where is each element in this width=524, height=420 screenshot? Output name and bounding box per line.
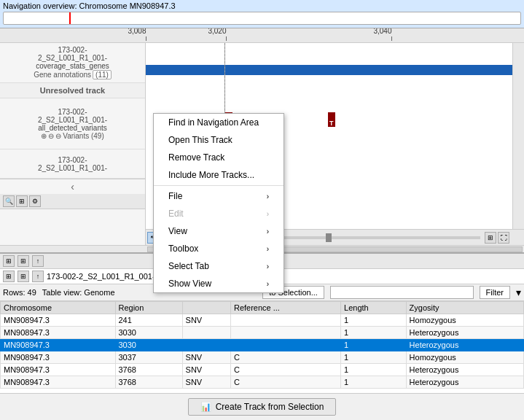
table-icon[interactable]: ⊞: [3, 255, 15, 267]
cell-len: 1: [341, 364, 407, 376]
data-table: Chromosome Region Reference ... Length Z…: [0, 301, 524, 393]
col-region: Region: [115, 302, 182, 314]
cell-region: 241: [115, 314, 182, 327]
nav-cursor: [69, 12, 71, 24]
context-menu: Find in Navigation AreaOpen This TrackRe…: [153, 113, 284, 293]
fit-icon[interactable]: ⊞: [485, 232, 496, 244]
cell-ref: [230, 327, 340, 339]
track-labels: 173-002- 2_S2_L001_R1_001- coverage_stat…: [0, 43, 146, 245]
gene-annotations-bar: [146, 65, 512, 75]
unresolved-track-label: Unresolved track: [0, 83, 145, 98]
menu-item-open-this-track[interactable]: Open This Track: [154, 131, 283, 149]
table-export-icon[interactable]: ↑: [32, 271, 44, 282]
table-row[interactable]: MN908947.3 241 SNV 1 Homozygous: [1, 314, 524, 327]
cell-region: 3037: [115, 351, 182, 364]
cell-chr: MN908947.3: [1, 364, 116, 376]
cell-type: SNV: [182, 364, 230, 376]
table-row[interactable]: MN908947.3 3037 SNV C 1 Homozygous: [1, 351, 524, 364]
ruler-tick-1: 3,008: [146, 36, 146, 41]
table-grid-icon[interactable]: ⊞: [17, 271, 29, 282]
col-zygosity: Zygosity: [406, 302, 523, 314]
track-label-variants: 173-002- 2_S2_L001_R1_001- all_detected_…: [0, 98, 145, 149]
table-row[interactable]: MN908947.3 3030 1 Heterozygous: [1, 327, 524, 339]
ruler-tick-2: 3,020: [226, 36, 227, 41]
variant-marker-2: T: [328, 112, 335, 127]
create-track-label: Create Track from Selection: [216, 402, 324, 412]
cell-len: 1: [341, 351, 407, 364]
menu-item-show-view[interactable]: Show View›: [154, 275, 283, 292]
view-type: Table view: Genome: [42, 288, 115, 297]
menu-item-include-more-tracks[interactable]: Include More Tracks...: [154, 166, 283, 184]
table-row[interactable]: MN908947.3 3768 SNV C 1 Heterozygous: [1, 376, 524, 389]
cell-chr: MN908947.3: [1, 339, 116, 351]
menu-item-view[interactable]: View›: [154, 222, 283, 240]
gene-annotations-label: Gene annotations: [34, 71, 91, 79]
expand-tracks[interactable]: ‹: [0, 179, 145, 194]
menu-item-edit: Edit›: [154, 205, 283, 222]
cell-zyg: Heterozygous: [406, 339, 523, 351]
zoom-in-icon[interactable]: 🔍: [3, 195, 15, 207]
menu-separator: [154, 185, 283, 186]
cell-type: SNV: [182, 376, 230, 389]
cell-region: 3030: [115, 327, 182, 339]
ruler-tick-3: 3,040: [391, 36, 392, 41]
filter-input[interactable]: [330, 286, 474, 299]
cell-type: [182, 327, 230, 339]
cell-ref: C: [230, 364, 340, 376]
cell-region: 3030: [115, 339, 182, 351]
cell-zyg: Heterozygous: [406, 327, 523, 339]
grid-icon[interactable]: ⊞: [17, 255, 29, 267]
create-track-button[interactable]: 📊 Create Track from Selection: [188, 398, 337, 416]
v-scrollbar[interactable]: [512, 43, 524, 245]
col-type: [182, 302, 230, 314]
cell-type: SNV: [182, 314, 230, 327]
cell-len: 1: [341, 314, 407, 327]
table-row[interactable]: MN908947.3 3030 1 Heterozygous: [1, 339, 524, 351]
table-row[interactable]: MN908947.3 3768 SNV C 1 Heterozygous: [1, 364, 524, 376]
menu-item-select-tab[interactable]: Select Tab›: [154, 257, 283, 275]
cell-type: [182, 339, 230, 351]
menu-item-file[interactable]: File›: [154, 187, 283, 205]
cell-ref: C: [230, 351, 340, 364]
table-title: 173-002-2_S2_L001_R1_001-all...: [47, 272, 170, 281]
cell-chr: MN908947.3: [1, 376, 116, 389]
menu-item-toolbox[interactable]: Toolbox›: [154, 240, 283, 257]
col-chromosome: Chromosome: [1, 302, 116, 314]
navigation-overview: Navigation overview: Chromosome MN908947…: [0, 0, 524, 28]
cell-zyg: Heterozygous: [406, 376, 523, 389]
nav-overview-bar[interactable]: [3, 12, 521, 25]
table-view-icon[interactable]: ⊞: [3, 271, 15, 282]
zoom-out-icon[interactable]: ⊞: [16, 195, 28, 207]
cell-chr: MN908947.3: [1, 327, 116, 339]
cell-zyg: Homozygous: [406, 314, 523, 327]
cell-region: 3768: [115, 376, 182, 389]
cell-chr: MN908947.3: [1, 314, 116, 327]
cell-len: 1: [341, 339, 407, 351]
menu-item-find-in-navigation-area[interactable]: Find in Navigation Area: [154, 114, 283, 131]
table-header: Chromosome Region Reference ... Length Z…: [1, 302, 524, 314]
cell-ref: [230, 314, 340, 327]
bottom-bar: 📊 Create Track from Selection: [0, 393, 524, 420]
nav-overview-title: Navigation overview: Chromosome MN908947…: [3, 1, 176, 10]
col-reference: Reference ...: [230, 302, 340, 314]
cell-chr: MN908947.3: [1, 351, 116, 364]
col-length: Length: [341, 302, 407, 314]
track-label-reads: 173-002- 2_S2_L001_R1_001-: [0, 149, 145, 179]
full-icon[interactable]: ⛶: [498, 232, 509, 244]
filter-button[interactable]: Filter: [480, 286, 510, 299]
cell-type: SNV: [182, 351, 230, 364]
track-label-coverage: 173-002- 2_S2_L001_R1_001- coverage_stat…: [0, 43, 145, 83]
track-toolbar-bottom: 🔍 ⊞ ⚙: [0, 194, 145, 209]
cell-region: 3768: [115, 364, 182, 376]
menu-item-remove-track[interactable]: Remove Track: [154, 149, 283, 166]
cell-len: 1: [341, 327, 407, 339]
cell-zyg: Homozygous: [406, 351, 523, 364]
cell-len: 1: [341, 376, 407, 389]
filter-dropdown[interactable]: ▾: [516, 287, 521, 298]
cell-zyg: Heterozygous: [406, 364, 523, 376]
cell-ref: [230, 339, 340, 351]
settings-icon[interactable]: ⚙: [29, 195, 41, 207]
cell-ref: C: [230, 376, 340, 389]
rows-count: Rows: 49: [3, 288, 36, 297]
export-icon[interactable]: ↑: [32, 255, 44, 267]
